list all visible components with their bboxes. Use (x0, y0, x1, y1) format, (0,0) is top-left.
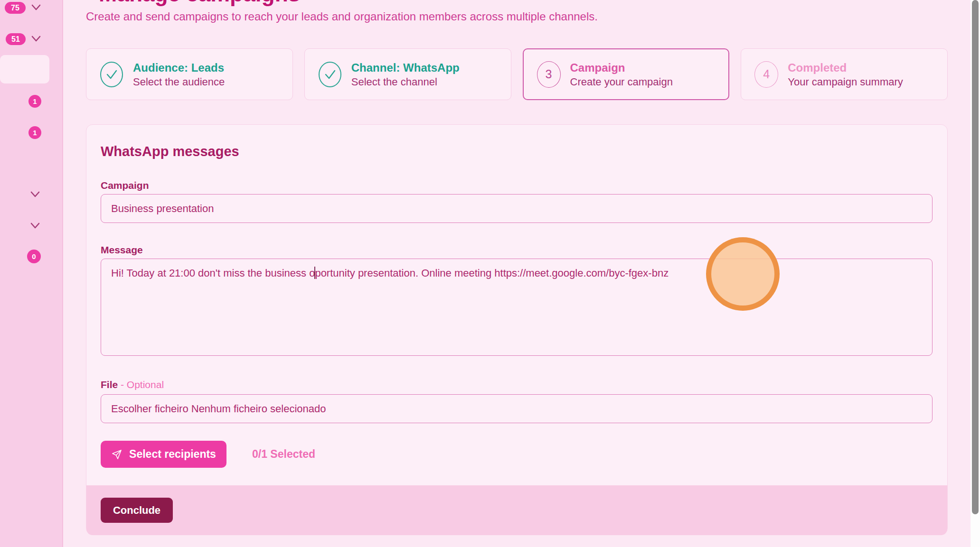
sidebar: 75 51 1 1 0 (0, 0, 63, 547)
step-completed[interactable]: 4 Completed Your campaign summary (741, 48, 948, 100)
message-textarea[interactable]: Hi! Today at 21:00 don't miss the busine… (101, 259, 933, 356)
message-label: Message (101, 244, 143, 256)
chevron-down-icon[interactable] (30, 34, 42, 44)
check-circle-icon (318, 61, 342, 88)
card-footer: Conclude (86, 485, 947, 535)
campaign-label: Campaign (101, 180, 149, 191)
campaign-stepper: Audience: Leads Select the audience Chan… (86, 48, 948, 100)
sidebar-count-badge[interactable]: 1 (28, 126, 41, 139)
file-input-value: Escolher ficheiro Nenhum ficheiro seleci… (111, 403, 326, 415)
page-subtitle: Create and send campaigns to reach your … (86, 10, 598, 23)
send-plane-icon (111, 449, 122, 460)
step-subtitle: Select the channel (351, 75, 460, 89)
sidebar-selected-item[interactable] (0, 55, 49, 83)
sidebar-count-badge[interactable]: 0 (27, 250, 41, 263)
step-channel[interactable]: Channel: WhatsApp Select the channel (304, 48, 511, 100)
message-text-before-caret: Hi! Today at 21:00 don't miss the busine… (111, 267, 315, 279)
step-title: Completed (788, 60, 903, 75)
step-title: Audience: Leads (133, 60, 225, 75)
select-recipients-label: Select recipients (129, 448, 216, 461)
campaign-input[interactable]: Business presentation (101, 194, 933, 223)
step-title: Campaign (570, 60, 673, 75)
step-audience[interactable]: Audience: Leads Select the audience (86, 48, 293, 100)
step-number-icon: 3 (537, 61, 561, 88)
app-viewport: 75 51 1 1 0 Manage campaigns Create and … (0, 0, 980, 547)
chevron-down-icon[interactable] (30, 3, 42, 12)
scrollbar-thumb[interactable] (972, 0, 979, 514)
step-subtitle: Your campaign summary (788, 75, 903, 89)
scrollbar-track (971, 0, 980, 547)
step-number-icon: 4 (754, 61, 778, 88)
step-subtitle: Select the audience (133, 75, 225, 89)
check-circle-icon (100, 61, 123, 88)
message-text-after-caret: portunity presentation. Online meeting h… (315, 267, 669, 279)
selected-count-text: 0/1 Selected (252, 448, 315, 461)
sidebar-count-badge[interactable]: 51 (6, 33, 26, 45)
file-label: File - Optional (101, 379, 164, 390)
whatsapp-campaign-card: WhatsApp messages Campaign Business pres… (86, 124, 948, 535)
file-optional-tag: - Optional (121, 379, 164, 390)
file-input[interactable]: Escolher ficheiro Nenhum ficheiro seleci… (101, 394, 933, 423)
step-title: Channel: WhatsApp (351, 60, 460, 75)
file-label-text: File (101, 379, 118, 390)
conclude-button[interactable]: Conclude (101, 498, 173, 523)
chevron-down-icon[interactable] (29, 190, 41, 199)
campaign-input-value: Business presentation (111, 203, 214, 215)
sidebar-count-badge[interactable]: 1 (28, 95, 41, 108)
click-indicator (706, 237, 780, 311)
recipients-row: Select recipients 0/1 Selected (101, 441, 315, 468)
select-recipients-button[interactable]: Select recipients (101, 441, 226, 468)
section-title: WhatsApp messages (101, 144, 239, 159)
page-title: Manage campaigns (99, 0, 300, 5)
sidebar-count-badge[interactable]: 75 (5, 2, 26, 14)
step-campaign[interactable]: 3 Campaign Create your campaign (523, 48, 730, 100)
step-subtitle: Create your campaign (570, 75, 673, 89)
chevron-down-icon[interactable] (29, 221, 41, 231)
